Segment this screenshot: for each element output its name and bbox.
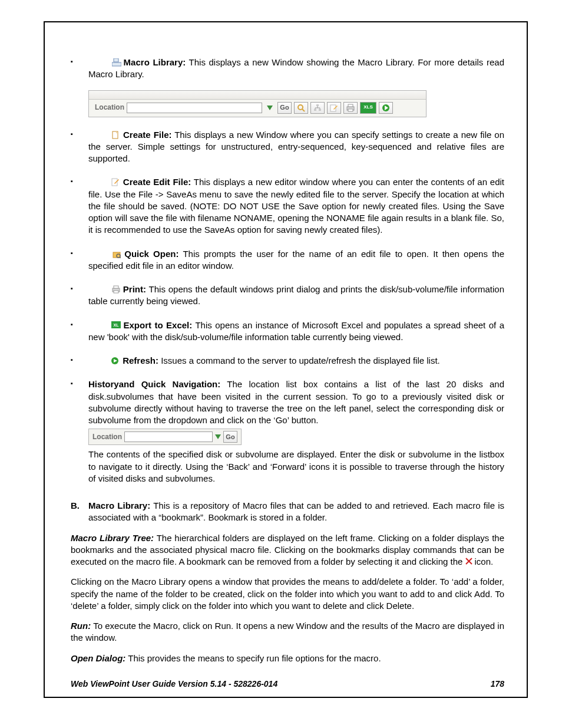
document-body: Macro Library: This displays a new Windo…: [71, 57, 504, 664]
run-title: Run:: [71, 621, 91, 631]
footer-right: 178: [491, 679, 504, 689]
macro-tree-text-b: icon.: [475, 556, 494, 566]
open-dialog-text: This provides the means to specify run f…: [125, 653, 381, 663]
macro-library-icon: [112, 58, 121, 67]
toolbar-xls-icon[interactable]: XLS: [360, 102, 376, 114]
toolbar-edit-icon[interactable]: [327, 102, 341, 114]
toolbar-search-icon[interactable]: [294, 102, 308, 114]
item-text: This opens the default windows print dia…: [88, 284, 504, 306]
svg-marker-2: [267, 106, 273, 110]
svg-marker-33: [215, 434, 221, 439]
footer-left: Web ViewPoint User Guide Version 5.14 - …: [71, 679, 277, 689]
svg-line-4: [302, 109, 305, 111]
bullet-refresh: Refresh: Issues a command to the server …: [71, 355, 504, 367]
item-title: Refresh:: [123, 355, 158, 365]
go-button[interactable]: Go: [223, 431, 237, 443]
item-title: Export to Excel:: [123, 320, 192, 330]
svg-rect-7: [319, 109, 321, 111]
section-b-title: Macro Library:: [88, 500, 150, 510]
bullet-create-edit-file: Create Edit File: This displays a new ed…: [71, 176, 504, 236]
quick-open-icon: [113, 250, 122, 258]
bullet-print: Print: This opens the default windows pr…: [71, 284, 504, 308]
svg-rect-16: [348, 109, 353, 111]
svg-rect-28: [114, 291, 118, 293]
item-title: Historyand Quick Navigation:: [88, 379, 220, 389]
svg-rect-1: [112, 62, 121, 66]
location-small-figure: Location Go: [88, 429, 242, 445]
svg-line-25: [120, 257, 121, 258]
bullet-quick-open: Quick Open: This prompts the user for th…: [71, 248, 504, 272]
item-text: Issues a command to the server to update…: [158, 355, 440, 365]
item-title: Create File:: [123, 130, 172, 140]
item-title: Macro Library:: [124, 57, 186, 67]
section-b: B. Macro Library: This is a repository o…: [71, 500, 504, 524]
item-title: Quick Open:: [124, 249, 178, 259]
macro-tree-title: Macro Library Tree:: [71, 533, 154, 543]
svg-point-3: [298, 105, 303, 110]
toolbar-print-icon[interactable]: [343, 102, 358, 114]
bullet-create-file: Create File: This displays a new Window …: [71, 129, 504, 165]
toolbar-tree-icon[interactable]: [310, 102, 325, 114]
section-b-text: This is a repository of Macro files that…: [88, 500, 504, 522]
svg-rect-0: [114, 58, 118, 62]
macro-open-para: Clicking on the Macro Library opens a wi…: [71, 576, 504, 612]
run-text: To execute the Macro, click on Run. It o…: [71, 621, 504, 643]
toolbar-refresh-icon[interactable]: [379, 102, 393, 114]
history-tail-text: The contents of the specified disk or su…: [88, 449, 504, 483]
create-file-icon: [111, 131, 121, 139]
print-icon: [111, 285, 121, 294]
section-b-label: B.: [71, 500, 88, 524]
run-para: Run: To execute the Macro, click on Run.…: [71, 620, 504, 644]
page-footer: Web ViewPoint User Guide Version 5.14 - …: [71, 679, 504, 689]
location-dropdown-icon[interactable]: [213, 431, 223, 442]
refresh-icon: [111, 357, 120, 365]
location-input[interactable]: [124, 431, 213, 442]
location-toolbar-figure: Location Go: [88, 90, 427, 117]
bullet-history-quick-nav: Historyand Quick Navigation: The locatio…: [71, 378, 504, 485]
svg-text:XL: XL: [114, 323, 120, 327]
delete-x-icon: [465, 558, 472, 566]
item-title: Print:: [123, 284, 146, 294]
go-button[interactable]: Go: [277, 102, 292, 114]
svg-rect-27: [114, 286, 118, 288]
export-excel-icon: XL: [111, 321, 121, 330]
svg-rect-15: [348, 104, 353, 107]
create-edit-file-icon: [111, 178, 121, 186]
location-label: Location: [95, 103, 124, 112]
location-dropdown-icon[interactable]: [265, 103, 275, 113]
macro-library-tree-para: Macro Library Tree: The hierarchical fol…: [71, 532, 504, 568]
open-dialog-title: Open Dialog:: [71, 653, 125, 663]
svg-rect-5: [316, 104, 319, 106]
bullet-macro-library: Macro Library: This displays a new Windo…: [71, 57, 504, 117]
location-label: Location: [92, 432, 122, 442]
bullet-export-excel: XL Export to Excel: This opens an instan…: [71, 319, 504, 344]
item-title: Create Edit File:: [123, 177, 191, 187]
location-input[interactable]: [127, 103, 262, 113]
svg-rect-6: [314, 109, 316, 111]
open-dialog-para: Open Dialog: This provides the means to …: [71, 653, 504, 664]
